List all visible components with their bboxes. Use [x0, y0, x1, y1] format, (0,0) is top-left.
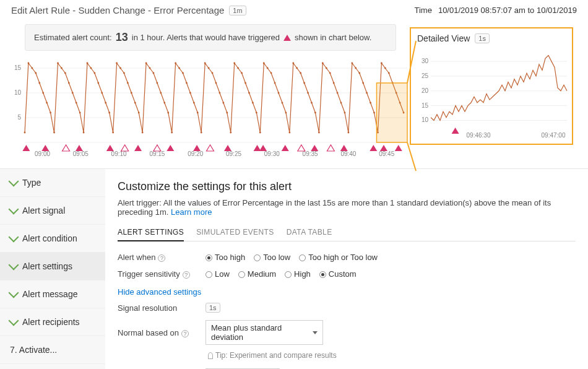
- help-icon[interactable]: ?: [183, 271, 190, 279]
- svg-point-71: [222, 102, 224, 104]
- svg-text:09:25: 09:25: [226, 150, 241, 157]
- svg-point-99: [326, 67, 327, 69]
- svg-point-55: [163, 102, 165, 104]
- svg-point-54: [160, 92, 162, 94]
- svg-point-95: [311, 102, 313, 104]
- check-icon: [9, 232, 19, 243]
- svg-point-89: [288, 132, 290, 134]
- panel-heading: Customize the settings for this alert: [118, 180, 576, 193]
- svg-text:15: 15: [14, 64, 22, 71]
- svg-point-67: [208, 67, 210, 69]
- wizard-steps: TypeAlert signalAlert conditionAlert set…: [0, 169, 105, 369]
- svg-point-112: [373, 112, 375, 114]
- svg-point-78: [248, 92, 250, 94]
- svg-text:09:35: 09:35: [303, 150, 318, 157]
- svg-point-66: [204, 63, 206, 64]
- hide-advanced-link[interactable]: Hide advanced settings: [118, 282, 201, 299]
- svg-point-85: [274, 82, 276, 84]
- svg-point-39: [105, 102, 106, 104]
- svg-point-51: [149, 67, 151, 69]
- row-normal-based-on: Normal based on? Mean plus standard devi…: [118, 316, 576, 349]
- wizard-step[interactable]: Alert recipients: [0, 308, 105, 336]
- settings-tabs: ALERT SETTINGSSIMULATED EVENTSDATA TABLE: [118, 224, 576, 241]
- trigger-sensitivity-radios: LowMediumHighCustom: [205, 269, 357, 279]
- settings-panel: Customize the settings for this alert Al…: [105, 169, 588, 369]
- wizard-step[interactable]: Type: [0, 169, 105, 197]
- main-chart[interactable]: 5101509:0009:0509:1009:1509:2009:2509:30…: [7, 54, 410, 160]
- svg-text:10: 10: [422, 116, 429, 123]
- help-icon[interactable]: ?: [158, 254, 165, 262]
- radio-option[interactable]: Low: [205, 269, 230, 279]
- time-range[interactable]: Time 10/01/2019 08:57:07 am to 10/01/201…: [415, 6, 577, 15]
- svg-point-21: [38, 82, 40, 84]
- learn-more-link[interactable]: Learn more: [171, 207, 212, 217]
- tab[interactable]: SIMULATED EVENTS: [196, 224, 274, 241]
- svg-point-105: [348, 132, 350, 134]
- svg-text:09:45: 09:45: [379, 150, 394, 157]
- detail-title: Detailed View: [417, 33, 470, 43]
- svg-point-103: [340, 102, 342, 104]
- svg-text:09:40: 09:40: [340, 150, 356, 157]
- tab[interactable]: DATA TABLE: [287, 224, 332, 241]
- svg-point-46: [131, 92, 132, 94]
- svg-point-88: [285, 112, 287, 114]
- svg-point-115: [384, 67, 386, 69]
- svg-point-114: [381, 63, 383, 64]
- wizard-step[interactable]: 7. Activate...: [0, 336, 105, 364]
- radio-option[interactable]: Too high or Too low: [299, 253, 378, 262]
- tab[interactable]: ALERT SETTINGS: [118, 224, 184, 241]
- row-alert-when: Alert when? Too highToo lowToo high or T…: [118, 249, 576, 266]
- wizard-step[interactable]: Alert settings: [0, 253, 105, 280]
- alert-description: Alert trigger: All the values of Error P…: [118, 198, 576, 217]
- radio-option[interactable]: Too low: [254, 253, 290, 262]
- svg-point-102: [337, 92, 339, 94]
- detail-chart[interactable]: 101520253009:46:3009:47:00: [417, 47, 568, 140]
- svg-point-76: [241, 72, 243, 74]
- check-icon: [9, 204, 19, 215]
- svg-point-111: [370, 102, 371, 104]
- check-icon: [9, 316, 19, 326]
- svg-point-63: [193, 102, 195, 104]
- svg-point-92: [300, 72, 301, 74]
- check-icon: [9, 288, 19, 298]
- svg-text:25: 25: [422, 72, 429, 79]
- svg-text:5: 5: [17, 114, 21, 121]
- svg-text:15: 15: [422, 102, 429, 109]
- svg-point-80: [256, 112, 257, 114]
- svg-point-91: [296, 67, 298, 69]
- radio-icon: [205, 254, 212, 261]
- time-value: 10/01/2019 08:57:07 am to 10/01/2019: [438, 6, 577, 15]
- help-icon[interactable]: ?: [181, 330, 189, 337]
- title-badge: 1m: [229, 6, 246, 15]
- svg-point-94: [307, 92, 309, 94]
- detail-view-panel: Detailed View 1s 101520253009:46:3009:47…: [410, 27, 573, 145]
- svg-point-29: [68, 82, 70, 84]
- svg-text:09:20: 09:20: [188, 150, 203, 157]
- svg-point-90: [292, 63, 294, 64]
- svg-rect-121: [376, 83, 407, 142]
- svg-text:09:10: 09:10: [111, 150, 127, 157]
- svg-point-84: [270, 72, 272, 74]
- radio-option[interactable]: High: [285, 269, 311, 279]
- svg-text:09:46:30: 09:46:30: [467, 132, 491, 139]
- radio-option[interactable]: Too high: [205, 253, 245, 262]
- radio-option[interactable]: Medium: [238, 269, 276, 279]
- estimate-banner: Estimated alert count: 13 in 1 hour. Ale…: [25, 24, 396, 51]
- normal-based-on-select[interactable]: Mean plus standard deviation: [205, 320, 323, 345]
- svg-point-72: [226, 112, 228, 114]
- svg-point-42: [116, 63, 118, 64]
- svg-point-45: [127, 82, 129, 84]
- wizard-step[interactable]: Alert condition: [0, 225, 105, 253]
- radio-icon: [299, 254, 306, 261]
- svg-point-57: [171, 132, 173, 134]
- wizard-step[interactable]: Alert signal: [0, 197, 105, 225]
- svg-point-30: [72, 92, 74, 94]
- svg-point-81: [259, 132, 261, 134]
- radio-option[interactable]: Custom: [319, 269, 357, 279]
- svg-point-69: [215, 82, 217, 84]
- check-icon: [9, 260, 19, 271]
- svg-point-35: [90, 67, 92, 69]
- svg-text:20: 20: [422, 87, 429, 94]
- est-mid: in 1 hour. Alerts that would have trigge…: [132, 33, 280, 42]
- wizard-step[interactable]: Alert message: [0, 280, 105, 308]
